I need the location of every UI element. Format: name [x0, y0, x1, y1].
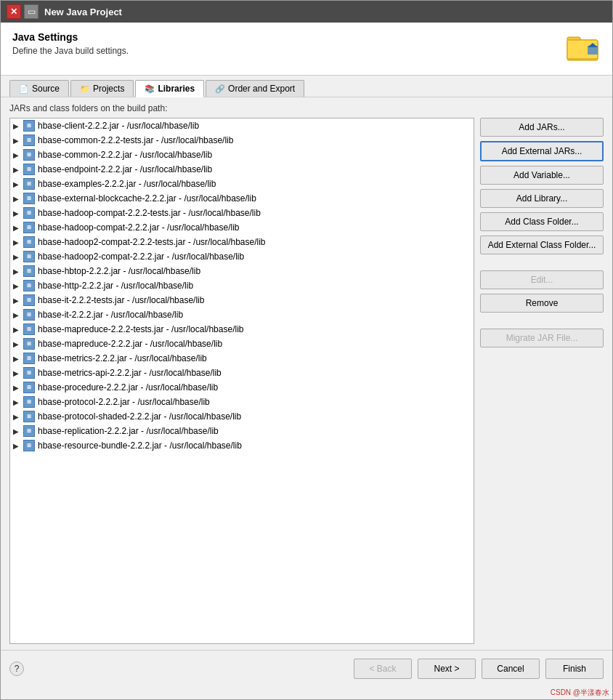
list-item[interactable]: ▶⊞hbase-protocol-shaded-2.2.2.jar - /usr…	[10, 409, 474, 424]
expand-arrow-icon: ▶	[13, 311, 20, 319]
jar-icon: ⊞	[23, 236, 35, 248]
list-item[interactable]: ▶⊞hbase-hadoop-compat-2.2.2.jar - /usr/l…	[10, 220, 474, 235]
list-item[interactable]: ▶⊞hbase-mapreduce-2.2.2-tests.jar - /usr…	[10, 322, 474, 337]
source-tab-icon: 📄	[19, 84, 29, 94]
list-item[interactable]: ▶⊞hbase-hbtop-2.2.2.jar - /usr/local/hba…	[10, 264, 474, 278]
jar-icon: ⊞	[23, 134, 35, 146]
jar-icon: ⊞	[23, 265, 35, 277]
buttons-panel: Add JARs... Add External JARs... Add Var…	[480, 118, 604, 644]
jar-icon: ⊞	[23, 251, 35, 262]
expand-arrow-icon: ▶	[13, 137, 20, 145]
page-title: Java Settings	[12, 31, 129, 43]
tab-projects[interactable]: 📁 Projects	[70, 80, 134, 97]
jar-icon: ⊞	[23, 222, 35, 233]
jar-label: hbase-examples-2.2.2.jar - /usr/local/hb…	[38, 179, 216, 189]
minimize-button[interactable]: ▭	[24, 4, 38, 19]
jar-icon: ⊞	[23, 411, 35, 422]
jar-icon: ⊞	[23, 149, 35, 161]
list-item[interactable]: ▶⊞hbase-metrics-api-2.2.2.jar - /usr/loc…	[10, 366, 474, 380]
jar-icon: ⊞	[23, 207, 35, 219]
jar-label: hbase-metrics-api-2.2.2.jar - /usr/local…	[38, 368, 222, 378]
expand-arrow-icon: ▶	[13, 398, 20, 406]
list-item[interactable]: ▶⊞hbase-it-2.2.2.jar - /usr/local/hbase/…	[10, 307, 474, 322]
tabs-bar: 📄 Source 📁 Projects 📚 Libraries 🔗 Order …	[1, 76, 612, 97]
jar-label: hbase-hadoop2-compat-2.2.2.jar - /usr/lo…	[38, 252, 244, 262]
add-external-class-folder-button[interactable]: Add External Class Folder...	[480, 236, 604, 254]
jar-label: hbase-hbtop-2.2.2.jar - /usr/local/hbase…	[38, 266, 200, 276]
expand-arrow-icon: ▶	[13, 122, 20, 130]
jar-label: hbase-metrics-2.2.2.jar - /usr/local/hba…	[38, 353, 207, 363]
finish-button[interactable]: Finish	[545, 659, 604, 679]
jar-label: hbase-mapreduce-2.2.2-tests.jar - /usr/l…	[38, 324, 243, 334]
expand-arrow-icon: ▶	[13, 413, 20, 421]
list-item[interactable]: ▶⊞hbase-protocol-2.2.2.jar - /usr/local/…	[10, 395, 474, 409]
help-button[interactable]: ?	[9, 661, 24, 676]
expand-arrow-icon: ▶	[13, 267, 20, 275]
list-item[interactable]: ▶⊞hbase-hadoop2-compat-2.2.2-tests.jar -…	[10, 235, 474, 249]
jar-icon: ⊞	[23, 425, 35, 437]
jar-icon: ⊞	[23, 193, 35, 204]
jar-icon: ⊞	[23, 178, 35, 190]
jar-icon: ⊞	[23, 338, 35, 350]
jar-label: hbase-protocol-2.2.2.jar - /usr/local/hb…	[38, 397, 210, 407]
content-area: Java Settings Define the Java build sett…	[1, 23, 612, 699]
add-class-folder-button[interactable]: Add Class Folder...	[480, 212, 604, 231]
list-item[interactable]: ▶⊞hbase-endpoint-2.2.2.jar - /usr/local/…	[10, 162, 474, 177]
expand-arrow-icon: ▶	[13, 238, 20, 246]
jar-icon: ⊞	[23, 309, 35, 321]
jar-icon: ⊞	[23, 367, 35, 379]
list-item[interactable]: ▶⊞hbase-procedure-2.2.2.jar - /usr/local…	[10, 380, 474, 395]
expand-arrow-icon: ▶	[13, 326, 20, 334]
folder-icon	[566, 31, 601, 66]
add-variable-button[interactable]: Add Variable...	[480, 166, 604, 185]
edit-button[interactable]: Edit...	[480, 270, 604, 289]
add-library-button[interactable]: Add Library...	[480, 189, 604, 208]
list-item[interactable]: ▶⊞hbase-http-2.2.2.jar - /usr/local/hbas…	[10, 278, 474, 293]
expand-arrow-icon: ▶	[13, 369, 20, 377]
migrate-jar-button[interactable]: Migrate JAR File...	[480, 329, 604, 347]
jar-label: hbase-procedure-2.2.2.jar - /usr/local/h…	[38, 382, 218, 393]
tab-order-export[interactable]: 🔗 Order and Export	[206, 80, 304, 97]
list-item[interactable]: ▶⊞hbase-mapreduce-2.2.2.jar - /usr/local…	[10, 337, 474, 351]
list-item[interactable]: ▶⊞hbase-replication-2.2.2.jar - /usr/loc…	[10, 424, 474, 438]
expand-arrow-icon: ▶	[13, 355, 20, 363]
list-item[interactable]: ▶⊞hbase-resource-bundle-2.2.2.jar - /usr…	[10, 438, 474, 453]
jar-label: hbase-client-2.2.2.jar - /usr/local/hbas…	[38, 121, 199, 131]
back-button[interactable]: < Back	[354, 659, 412, 679]
cancel-button[interactable]: Cancel	[482, 659, 540, 679]
list-item[interactable]: ▶⊞hbase-hadoop2-compat-2.2.2.jar - /usr/…	[10, 249, 474, 264]
tab-libraries[interactable]: 📚 Libraries	[135, 80, 204, 97]
jar-icon: ⊞	[23, 280, 35, 291]
next-button[interactable]: Next >	[418, 659, 476, 679]
add-external-jars-button[interactable]: Add External JARs...	[480, 141, 604, 161]
main-content: JARs and class folders on the build path…	[1, 97, 612, 650]
remove-button[interactable]: Remove	[480, 294, 604, 313]
expand-arrow-icon: ▶	[13, 253, 20, 261]
list-item[interactable]: ▶⊞hbase-client-2.2.2.jar - /usr/local/hb…	[10, 118, 474, 133]
window-title: New Java Project	[44, 7, 122, 17]
jar-label: hbase-hadoop-compat-2.2.2.jar - /usr/loc…	[38, 222, 240, 233]
jar-label: hbase-protocol-shaded-2.2.2.jar - /usr/l…	[38, 411, 241, 422]
list-item[interactable]: ▶⊞hbase-hadoop-compat-2.2.2-tests.jar - …	[10, 206, 474, 220]
jar-label: hbase-common-2.2.2.jar - /usr/local/hbas…	[38, 150, 212, 160]
tab-source[interactable]: 📄 Source	[9, 80, 69, 97]
close-button[interactable]: ✕	[7, 4, 21, 19]
jar-list-panel[interactable]: ▶⊞hbase-client-2.2.2.jar - /usr/local/hb…	[9, 118, 474, 644]
add-jars-button[interactable]: Add JARs...	[480, 118, 604, 137]
expand-arrow-icon: ▶	[13, 442, 20, 450]
expand-arrow-icon: ▶	[13, 195, 20, 203]
list-item[interactable]: ▶⊞hbase-external-blockcache-2.2.2.jar - …	[10, 191, 474, 206]
list-item[interactable]: ▶⊞hbase-examples-2.2.2.jar - /usr/local/…	[10, 177, 474, 191]
list-item[interactable]: ▶⊞hbase-metrics-2.2.2.jar - /usr/local/h…	[10, 351, 474, 366]
build-path-label: JARs and class folders on the build path…	[9, 103, 604, 113]
expand-arrow-icon: ▶	[13, 166, 20, 174]
list-item[interactable]: ▶⊞hbase-it-2.2.2-tests.jar - /usr/local/…	[10, 293, 474, 307]
jar-icon: ⊞	[23, 164, 35, 175]
libraries-tab-icon: 📚	[145, 84, 155, 94]
header-text: Java Settings Define the Java build sett…	[12, 31, 129, 56]
window: ✕ ▭ New Java Project Java Settings Defin…	[0, 0, 613, 700]
jar-label: hbase-external-blockcache-2.2.2.jar - /u…	[38, 193, 256, 204]
list-item[interactable]: ▶⊞hbase-common-2.2.2.jar - /usr/local/hb…	[10, 148, 474, 162]
panel-area: ▶⊞hbase-client-2.2.2.jar - /usr/local/hb…	[9, 118, 604, 644]
list-item[interactable]: ▶⊞hbase-common-2.2.2-tests.jar - /usr/lo…	[10, 133, 474, 148]
